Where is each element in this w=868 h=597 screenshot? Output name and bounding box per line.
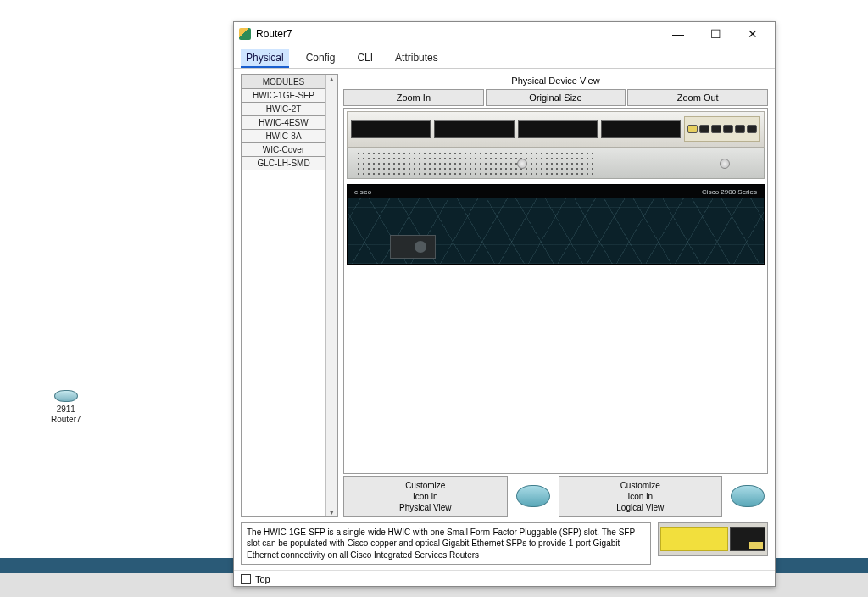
module-description: The HWIC-1GE-SFP is a single-wide HWIC w… (241, 522, 651, 566)
router-icon (516, 485, 550, 507)
module-item[interactable]: GLC-LH-SMD (242, 157, 326, 170)
module-item[interactable]: HWIC-4ESW (242, 116, 326, 130)
screw-icon (720, 159, 730, 169)
desktop-device-icon[interactable]: 2911 Router7 (51, 390, 81, 425)
physical-view-pane: Physical Device View Zoom In Original Si… (343, 74, 768, 517)
customize-logical-button[interactable]: Customize Icon in Logical View (559, 476, 723, 517)
top-checkbox[interactable] (241, 574, 251, 584)
onboard-ports[interactable] (684, 116, 760, 142)
port-icon[interactable] (735, 125, 745, 133)
hwic-slot[interactable] (601, 120, 681, 138)
top-checkbox-label: Top (255, 574, 270, 584)
hwic-slot[interactable] (434, 120, 514, 138)
hwic-slot[interactable] (351, 120, 431, 138)
tab-attributes[interactable]: Attributes (390, 49, 443, 68)
zoom-out-button[interactable]: Zoom Out (627, 89, 768, 106)
module-item[interactable]: HWIC-2T (242, 103, 326, 116)
device-name-label: Router7 (51, 415, 81, 425)
router-icon (731, 485, 765, 507)
customize-row: Customize Icon in Physical View Customiz… (343, 476, 768, 517)
tab-bar: Physical Config CLI Attributes (234, 46, 775, 69)
chassis-front[interactable]: cisco Cisco 2900 Series (347, 184, 765, 265)
port-icon[interactable] (699, 125, 709, 133)
device-window: Router7 — ☐ ✕ Physical Config CLI Attrib… (233, 21, 776, 587)
footer-bar: Top (234, 570, 775, 586)
zoom-in-button[interactable]: Zoom In (343, 89, 484, 106)
port-icon[interactable] (711, 125, 721, 133)
modules-header: MODULES (242, 75, 326, 89)
physical-icon-preview (513, 476, 554, 517)
zoom-controls: Zoom In Original Size Zoom Out (343, 89, 768, 106)
lower-pane: The HWIC-1GE-SFP is a single-wide HWIC w… (241, 522, 768, 566)
titlebar[interactable]: Router7 — ☐ ✕ (234, 22, 775, 46)
original-size-button[interactable]: Original Size (486, 89, 626, 106)
modules-scrollbar[interactable]: ▴ ▾ (326, 75, 337, 516)
chassis-rear[interactable] (347, 111, 765, 179)
device-canvas[interactable]: cisco Cisco 2900 Series (343, 108, 768, 474)
window-title: Router7 (256, 28, 292, 40)
physical-device-view-title: Physical Device View (343, 74, 768, 87)
customize-physical-button[interactable]: Customize Icon in Physical View (343, 476, 508, 517)
front-bay (390, 235, 436, 259)
port-icon[interactable] (723, 125, 733, 133)
app-icon (239, 28, 251, 40)
module-item[interactable]: WIC-Cover (242, 143, 326, 157)
warning-sticker-icon (660, 527, 728, 551)
module-thumbnail[interactable] (658, 522, 768, 556)
device-model-label: 2911 (51, 405, 81, 415)
module-item[interactable]: HWIC-8A (242, 130, 326, 143)
module-item[interactable]: HWIC-1GE-SFP (242, 89, 326, 103)
scroll-up-icon[interactable]: ▴ (330, 75, 334, 83)
upper-pane: MODULES HWIC-1GE-SFP HWIC-2T HWIC-4ESW H… (241, 74, 768, 517)
modules-list: MODULES HWIC-1GE-SFP HWIC-2T HWIC-4ESW H… (242, 75, 326, 516)
cisco-logo: cisco (354, 188, 372, 196)
modules-panel: MODULES HWIC-1GE-SFP HWIC-2T HWIC-4ESW H… (241, 74, 338, 517)
tab-config[interactable]: Config (301, 49, 341, 68)
router-icon (54, 390, 78, 402)
content-area: MODULES HWIC-1GE-SFP HWIC-2T HWIC-4ESW H… (234, 69, 775, 570)
minimize-button[interactable]: — (659, 23, 697, 45)
port-icon[interactable] (687, 125, 698, 133)
port-icon[interactable] (747, 125, 757, 133)
vent-pattern (356, 151, 594, 176)
series-label: Cisco 2900 Series (702, 188, 757, 196)
tab-cli[interactable]: CLI (352, 49, 378, 68)
logical-icon-preview (727, 476, 768, 517)
sfp-slot-icon (730, 527, 765, 551)
close-button[interactable]: ✕ (734, 23, 771, 45)
maximize-button[interactable]: ☐ (697, 23, 734, 45)
scroll-down-icon[interactable]: ▾ (330, 508, 334, 516)
tab-physical[interactable]: Physical (241, 49, 289, 68)
hwic-slot[interactable] (518, 120, 598, 138)
screw-icon (517, 159, 527, 169)
